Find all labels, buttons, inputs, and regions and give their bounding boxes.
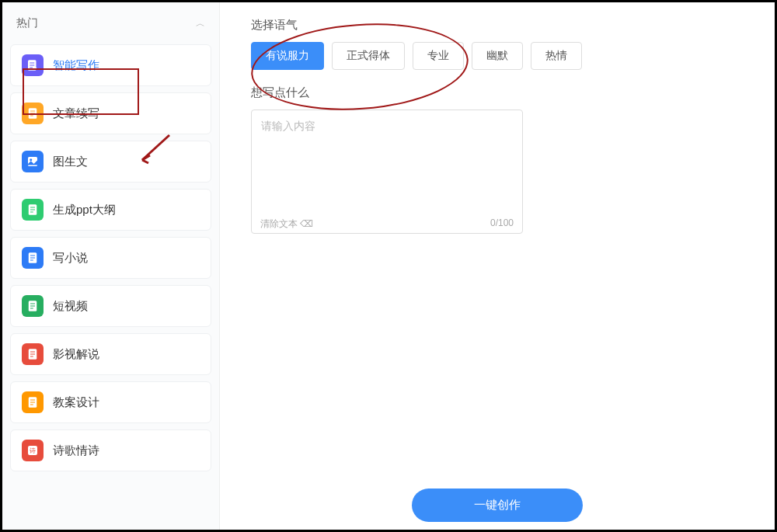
sidebar-item-label: 教案设计 <box>53 395 99 410</box>
chevron-up-icon: ︿ <box>196 17 205 30</box>
sidebar-item-poetry[interactable]: 诗 诗歌情诗 <box>10 429 211 471</box>
sidebar-item-smart-writing[interactable]: 智能写作 <box>10 44 211 86</box>
sidebar-item-movie-commentary[interactable]: 影视解说 <box>10 333 211 375</box>
sidebar-item-short-video[interactable]: 短视频 <box>10 285 211 327</box>
create-button[interactable]: 一键创作 <box>412 489 583 522</box>
sidebar-item-article-continue[interactable]: 文章续写 <box>10 92 211 134</box>
sidebar-section-label: 热门 <box>16 16 38 30</box>
tone-enthusiastic[interactable]: 热情 <box>531 42 582 70</box>
svg-point-3 <box>30 158 32 161</box>
tone-persuasive[interactable]: 有说服力 <box>251 42 324 70</box>
doc-icon <box>22 391 44 413</box>
tone-formal[interactable]: 正式得体 <box>332 42 405 70</box>
char-counter: 0/100 <box>490 217 514 231</box>
sidebar-item-label: 影视解说 <box>53 347 99 362</box>
sidebar-item-label: 图生文 <box>53 155 88 169</box>
content-section-label: 想写点什么 <box>251 85 744 100</box>
content-input[interactable] <box>251 110 523 234</box>
main-panel: 选择语气 有说服力 正式得体 专业 幽默 热情 想写点什么 清除文本 ⌫ 0/1… <box>220 2 775 530</box>
sidebar-item-label: 短视频 <box>53 299 88 314</box>
sidebar-item-novel[interactable]: 写小说 <box>10 237 211 279</box>
doc-icon <box>22 247 44 269</box>
tone-humorous[interactable]: 幽默 <box>472 42 523 70</box>
doc-edit-icon <box>22 54 44 76</box>
sidebar-item-label: 生成ppt大纲 <box>53 203 116 217</box>
doc-icon <box>22 199 44 221</box>
sidebar: 热门 ︿ 智能写作 文章续写 图生文 生成ppt大纲 <box>2 2 220 530</box>
sidebar-item-label: 写小说 <box>53 251 88 266</box>
tone-options: 有说服力 正式得体 专业 幽默 热情 <box>251 42 744 70</box>
sidebar-item-lesson-plan[interactable]: 教案设计 <box>10 381 211 423</box>
sidebar-item-label: 诗歌情诗 <box>53 443 99 458</box>
clear-text-button[interactable]: 清除文本 ⌫ <box>260 217 313 231</box>
poem-icon: 诗 <box>22 440 44 461</box>
tone-professional[interactable]: 专业 <box>413 42 464 70</box>
tone-section-label: 选择语气 <box>251 18 744 33</box>
doc-icon <box>22 103 44 124</box>
doc-icon <box>22 343 44 365</box>
sidebar-item-label: 文章续写 <box>53 106 99 121</box>
doc-icon <box>22 295 44 317</box>
sidebar-item-image-to-text[interactable]: 图生文 <box>10 141 211 183</box>
sidebar-section-header[interactable]: 热门 ︿ <box>10 9 211 38</box>
sidebar-item-ppt-outline[interactable]: 生成ppt大纲 <box>10 189 211 231</box>
svg-text:诗: 诗 <box>30 447 36 454</box>
image-icon <box>22 151 44 172</box>
sidebar-item-label: 智能写作 <box>53 58 99 73</box>
